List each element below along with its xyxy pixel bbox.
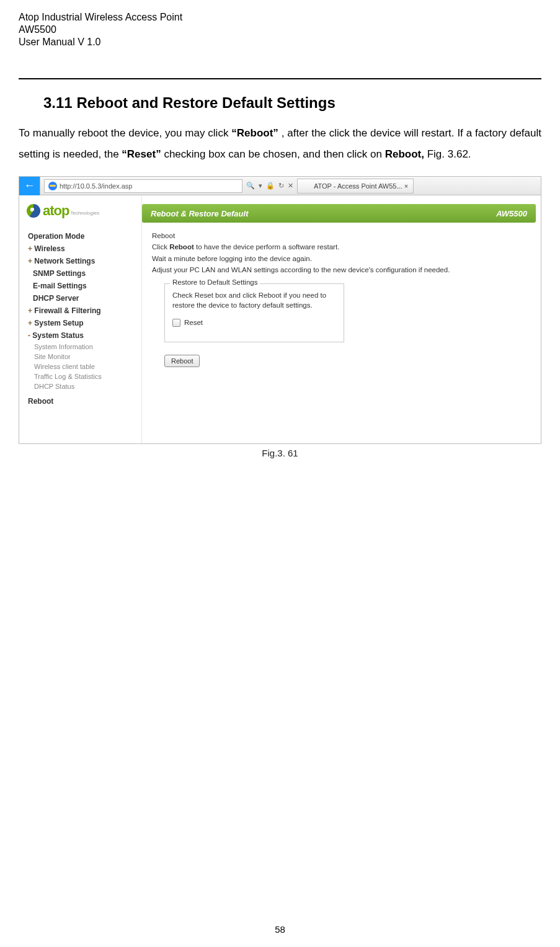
para-text: checking box can be chosen, and then cli… [164, 148, 384, 160]
refresh-icon[interactable]: ↻ [278, 182, 284, 190]
reset-checkbox-row: Reset [172, 319, 336, 327]
fieldset-text: box and click [215, 291, 259, 299]
sidebar-item-network-settings[interactable]: Network Settings [24, 255, 136, 267]
address-bar-text: http://10.0.5.3/index.asp [60, 182, 238, 190]
ie-icon [48, 182, 57, 190]
header-divider [19, 78, 541, 79]
panel-header: Reboot & Restore Default AW5500 [142, 204, 536, 223]
fieldset-reset-bold: Reset [195, 291, 213, 299]
doc-header-line-1: Atop Industrial Wireless Access Point [19, 11, 541, 24]
back-button[interactable]: ← [19, 177, 40, 195]
ie-chrome-bar: ← http://10.0.5.3/index.asp 🔍 ▾ 🔒 ↻ ✕ AT… [19, 177, 541, 195]
para-reboot-bold: “Reboot” [231, 127, 278, 139]
reset-checkbox-label: Reset [184, 319, 203, 326]
fieldset-text: Check [172, 291, 195, 299]
panel-body: Reboot Click Reboot to have the device p… [142, 230, 541, 367]
chevron-down-icon[interactable]: ▾ [259, 182, 262, 190]
sidebar-item-traffic-log[interactable]: Traffic Log & Statistics [24, 371, 136, 381]
section-heading: 3.11 Reboot and Restore Default Settings [43, 94, 541, 112]
lock-icon: 🔒 [266, 182, 275, 190]
figure-caption: Fig.3. 61 [19, 448, 541, 458]
content-line: Wait a minute before logging into the de… [152, 253, 531, 264]
sidebar-item-firewall-filtering[interactable]: Firewall & Filtering [24, 305, 136, 317]
close-icon[interactable]: ✕ [288, 182, 293, 190]
embedded-screenshot: ← http://10.0.5.3/index.asp 🔍 ▾ 🔒 ↻ ✕ AT… [19, 176, 541, 444]
sidebar-item-site-monitor[interactable]: Site Monitor [24, 352, 136, 362]
para-reboot2-bold: Reboot, [385, 148, 424, 160]
content-pane: Reboot & Restore Default AW5500 Reboot C… [142, 195, 541, 443]
doc-header: Atop Industrial Wireless Access Point AW… [19, 11, 541, 48]
fieldset-description: Check Reset box and click Reboot if you … [172, 290, 336, 310]
doc-header-line-3: User Manual V 1.0 [19, 36, 541, 48]
content-reboot-bold: Reboot [169, 243, 194, 251]
sidebar-item-system-information[interactable]: System Information [24, 342, 136, 352]
content-heading: Reboot [152, 230, 531, 241]
content-line: Adjust your PC LAN and WLAN settings acc… [152, 264, 531, 275]
ie-icon [303, 182, 310, 190]
sidebar-item-wireless[interactable]: Wireless [24, 242, 136, 255]
reboot-button-label: Reboot [171, 357, 193, 365]
reset-checkbox[interactable] [172, 319, 180, 327]
sidebar-item-system-setup[interactable]: System Setup [24, 317, 136, 329]
sidebar-item-snmp-settings[interactable]: SNMP Settings [24, 267, 136, 280]
logo-swirl-icon [27, 204, 40, 218]
restore-defaults-fieldset: Restore to Default Settings Check Reset … [164, 283, 344, 342]
page-number: 58 [0, 924, 560, 935]
arrow-left-icon: ← [24, 179, 35, 192]
brand-name: atop [43, 203, 69, 219]
sidebar-item-system-status[interactable]: System Status [24, 329, 136, 342]
fieldset-reboot-bold: Reboot [259, 291, 282, 299]
brand-subname: Technologies [70, 210, 99, 216]
doc-header-line-2: AW5500 [19, 24, 541, 36]
address-bar-icons: 🔍 ▾ 🔒 ↻ ✕ [246, 182, 293, 190]
intro-paragraph: To manually reboot the device, you may c… [19, 123, 541, 165]
tab-title: ATOP - Access Point AW55... × [314, 182, 408, 190]
content-line: Click [152, 243, 169, 251]
brand-logo: atop Technologies [27, 203, 136, 219]
fieldset-legend: Restore to Default Settings [170, 278, 260, 286]
sidebar-item-reboot[interactable]: Reboot [24, 395, 136, 407]
sidebar-item-operation-mode[interactable]: Operation Mode [24, 230, 136, 242]
sidebar: atop Technologies Operation Mode Wireles… [19, 195, 142, 443]
content-line: to have the device perform a software re… [196, 243, 339, 251]
page-body: atop Technologies Operation Mode Wireles… [19, 195, 541, 443]
reboot-button[interactable]: Reboot [164, 355, 200, 367]
sidebar-item-dhcp-status[interactable]: DHCP Status [24, 381, 136, 391]
sidebar-item-email-settings[interactable]: E-mail Settings [24, 280, 136, 292]
para-text: To manually reboot the device, you may c… [19, 127, 231, 139]
content-text-block: Reboot Click Reboot to have the device p… [152, 230, 531, 276]
panel-title: Reboot & Restore Default [151, 209, 248, 218]
para-text: Fig. 3.62. [427, 148, 471, 160]
panel-title-right: AW5500 [496, 209, 527, 218]
para-reset-bold: “Reset” [122, 148, 161, 160]
browser-tab[interactable]: ATOP - Access Point AW55... × [297, 179, 414, 193]
search-icon[interactable]: 🔍 [246, 182, 255, 190]
address-bar[interactable]: http://10.0.5.3/index.asp [44, 179, 242, 193]
sidebar-item-dhcp-server[interactable]: DHCP Server [24, 292, 136, 305]
sidebar-item-wireless-client-table[interactable]: Wireless client table [24, 362, 136, 371]
